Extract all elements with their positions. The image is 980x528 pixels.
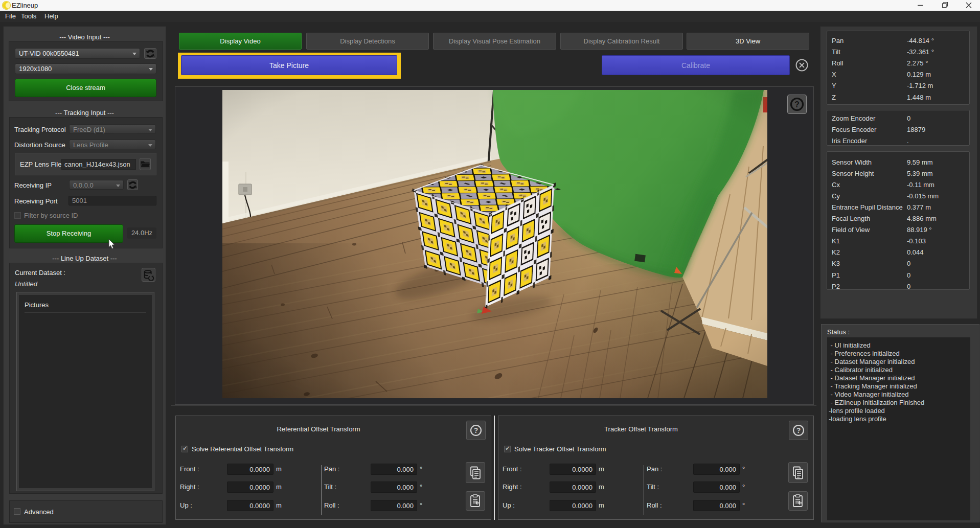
- svg-text:?: ?: [794, 100, 800, 109]
- svg-text:?: ?: [796, 426, 801, 434]
- svg-text:?: ?: [474, 426, 478, 434]
